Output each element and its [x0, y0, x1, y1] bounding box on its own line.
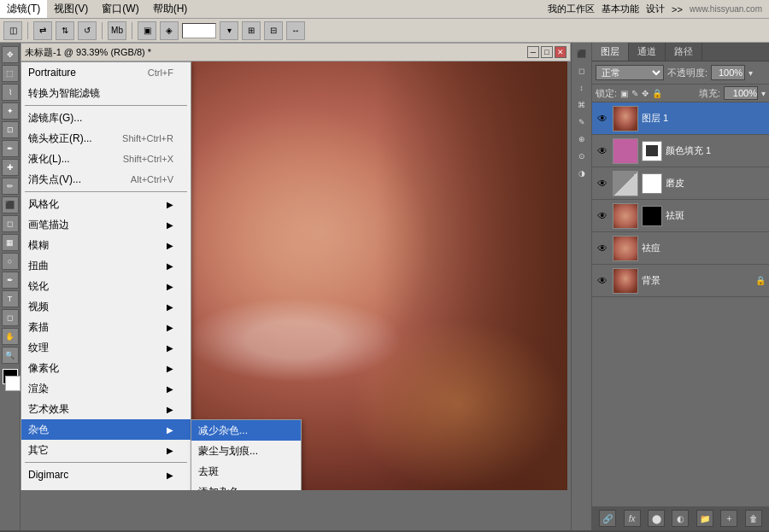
- layers-tab[interactable]: 图层: [592, 43, 629, 61]
- adjustment-btn[interactable]: ◐: [672, 510, 689, 527]
- opacity-dropdown[interactable]: ▾: [748, 68, 753, 78]
- lock-position[interactable]: ✥: [642, 89, 649, 98]
- portraiture-item[interactable]: Portraiture Ctrl+F: [21, 62, 191, 83]
- more-btn[interactable]: >>: [672, 4, 683, 15]
- layer-item-0[interactable]: 👁 图层 1: [592, 102, 769, 135]
- texture-item[interactable]: 纹理 ▶: [21, 337, 191, 358]
- right-icon-3[interactable]: ↕: [574, 80, 590, 96]
- crop-tool[interactable]: ⊡: [2, 121, 19, 138]
- magic-tool[interactable]: ✦: [2, 102, 19, 120]
- zoom-tool[interactable]: 🔍: [2, 347, 19, 364]
- brushstroke-item[interactable]: 画笔描边 ▶: [21, 214, 191, 235]
- view-menu-item[interactable]: 视图(V): [47, 0, 95, 18]
- liquify-item[interactable]: 液化(L)... Shift+Ctrl+X: [21, 149, 191, 169]
- sketch-item[interactable]: 素描 ▶: [21, 317, 191, 337]
- right-icon-5[interactable]: ✎: [574, 114, 590, 130]
- vanish-item[interactable]: 消失点(V)... Alt+Ctrl+V: [21, 169, 191, 190]
- bg-color[interactable]: [5, 376, 21, 391]
- fx-btn[interactable]: fx: [624, 510, 641, 527]
- layer-item-2[interactable]: 👁 磨皮: [592, 167, 769, 200]
- basic-label[interactable]: 基本功能: [602, 3, 639, 15]
- noise-item[interactable]: 杂色 ▶ 减少杂色... 蒙尘与划痕... 去斑 添加杂色... 中间值...: [21, 419, 191, 440]
- add-noise-item[interactable]: 添加杂色...: [191, 482, 301, 490]
- lasso-tool[interactable]: ⌇: [2, 84, 19, 101]
- shape-tool[interactable]: ◻: [2, 309, 19, 326]
- defringe-item[interactable]: 去斑: [191, 461, 301, 482]
- layer-item-3[interactable]: 👁 祛斑: [592, 200, 769, 232]
- lock-transparent[interactable]: ▣: [620, 89, 628, 98]
- filter-gallery-item[interactable]: 滤镜库(G)...: [21, 108, 191, 128]
- sharpen-item[interactable]: 锐化 ▶: [21, 276, 191, 296]
- right-icon-2[interactable]: ◻: [574, 63, 590, 79]
- tool-icon-7[interactable]: ◈: [160, 21, 179, 40]
- distort-item[interactable]: 扭曲 ▶: [21, 255, 191, 276]
- restore-button[interactable]: □: [541, 46, 553, 58]
- fill-input[interactable]: [724, 86, 758, 100]
- pixelate-item[interactable]: 像素化 ▶: [21, 358, 191, 378]
- tool-icon-8[interactable]: ⊞: [242, 21, 261, 40]
- tool-icon-9[interactable]: ⊟: [264, 21, 283, 40]
- digimarc-item[interactable]: Digimarc ▶: [21, 465, 191, 485]
- delete-layer-btn[interactable]: 🗑: [745, 510, 762, 527]
- blur-item[interactable]: 模糊 ▶: [21, 235, 191, 255]
- help-menu-item[interactable]: 帮助(H): [146, 0, 195, 18]
- pen-tool[interactable]: ✒: [2, 272, 19, 289]
- eyedropper-tool[interactable]: ✒: [2, 140, 19, 157]
- minimize-button[interactable]: ─: [527, 46, 539, 58]
- layer-item-5[interactable]: 👁 背景 🔒: [592, 265, 769, 297]
- art-effect-item[interactable]: 艺术效果 ▶: [21, 399, 191, 419]
- lock-all[interactable]: 🔒: [652, 89, 662, 98]
- brush-tool[interactable]: ✏: [2, 178, 19, 195]
- lock-pixels[interactable]: ✎: [631, 89, 638, 98]
- tool-icon-6[interactable]: ▣: [138, 21, 156, 40]
- right-icon-6[interactable]: ⊕: [574, 132, 590, 147]
- layer-eye-0[interactable]: 👁: [596, 112, 609, 126]
- select-tool[interactable]: ⬚: [2, 65, 19, 82]
- workspace-label[interactable]: 我的工作区: [548, 3, 595, 15]
- lens-correct-item[interactable]: 镜头校正(R)... Shift+Ctrl+R: [21, 128, 191, 149]
- reduce-noise-item[interactable]: 减少杂色...: [191, 420, 301, 441]
- layer-eye-5[interactable]: 👁: [596, 274, 609, 288]
- mask-btn[interactable]: ⬤: [648, 510, 665, 527]
- render-item[interactable]: 渲染 ▶: [21, 378, 191, 399]
- layer-eye-4[interactable]: 👁: [596, 242, 609, 255]
- dodge-tool[interactable]: ○: [2, 253, 19, 270]
- right-icon-4[interactable]: ⌘: [574, 97, 590, 113]
- new-layer-btn[interactable]: +: [720, 510, 737, 527]
- window-menu-item[interactable]: 窗口(W): [95, 0, 145, 18]
- blend-mode-select[interactable]: 正常: [596, 65, 664, 80]
- link-layers-btn[interactable]: 🔗: [599, 510, 616, 527]
- design-label[interactable]: 设计: [646, 3, 665, 15]
- tool-icon-1[interactable]: ◫: [3, 21, 22, 40]
- video-item[interactable]: 视频 ▶: [21, 296, 191, 317]
- tool-icon-10[interactable]: ↔: [286, 21, 305, 40]
- layer-item-1[interactable]: 👁 颜色填充 1: [592, 135, 769, 167]
- zoom-dropdown[interactable]: ▾: [220, 21, 238, 40]
- filter-menu-item[interactable]: 滤镜(T): [0, 0, 47, 18]
- other-item[interactable]: 其它 ▶: [21, 440, 191, 460]
- opacity-input[interactable]: [711, 65, 745, 80]
- tool-icon-2[interactable]: ⇄: [33, 21, 52, 40]
- right-icon-7[interactable]: ⊙: [574, 149, 590, 164]
- close-button[interactable]: ✕: [555, 46, 566, 58]
- gradient-tool[interactable]: ▦: [2, 234, 19, 251]
- layer-eye-1[interactable]: 👁: [596, 144, 609, 158]
- layer-eye-3[interactable]: 👁: [596, 209, 609, 223]
- zoom-input[interactable]: 93.4: [182, 23, 216, 38]
- stamp-tool[interactable]: ⬛: [2, 196, 19, 213]
- layer-item-4[interactable]: 👁 祛痘: [592, 232, 769, 265]
- stylize-item[interactable]: 风格化 ▶: [21, 194, 191, 214]
- right-icon-8[interactable]: ◑: [574, 166, 590, 181]
- convert-smart-item[interactable]: 转换为智能滤镜: [21, 83, 191, 103]
- dust-scratch-item[interactable]: 蒙尘与划痕...: [191, 441, 301, 461]
- fill-dropdown[interactable]: ▾: [761, 89, 766, 98]
- text-tool[interactable]: T: [2, 290, 19, 307]
- tool-icon-3[interactable]: ⇅: [56, 21, 74, 40]
- right-icon-1[interactable]: ⬛: [574, 46, 590, 61]
- tool-icon-5[interactable]: Mb: [108, 21, 126, 40]
- layer-eye-2[interactable]: 👁: [596, 177, 609, 190]
- imagenomic-item[interactable]: Imagenomic ▶: [21, 485, 191, 490]
- group-btn[interactable]: 📁: [696, 510, 713, 527]
- channels-tab[interactable]: 通道: [629, 43, 666, 61]
- hand-tool[interactable]: ✋: [2, 328, 19, 345]
